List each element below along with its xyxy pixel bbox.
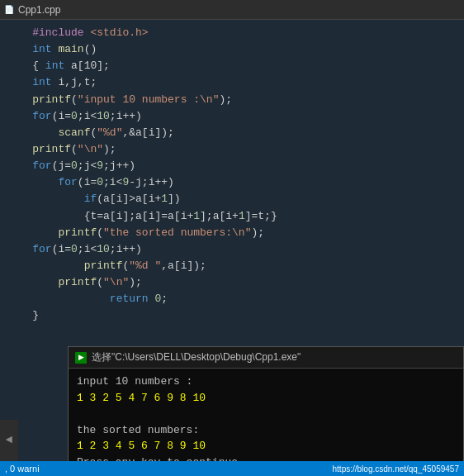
terminal-output-line: input 10 numbers : — [77, 374, 455, 390]
code-line: int i,j,t; — [7, 74, 457, 91]
code-line: for(i=0;i<10;i++) — [7, 241, 457, 258]
terminal-output-line: 1 3 2 5 4 7 6 9 8 10 — [77, 390, 455, 407]
terminal-output-line — [77, 406, 455, 422]
code-line: printf("%d ",a[i]); — [7, 258, 457, 274]
terminal-window: ▶ 选择"C:\Users\DELL\Desktop\Debug\Cpp1.ex… — [68, 346, 464, 476]
code-line: #include <stdio.h> — [7, 25, 457, 41]
status-right-url: https://blog.csdn.net/qq_45059457 — [333, 464, 459, 474]
terminal-output-line: 1 2 3 4 5 6 7 8 9 10 — [77, 438, 455, 455]
terminal-titlebar: ▶ 选择"C:\Users\DELL\Desktop\Debug\Cpp1.ex… — [69, 347, 463, 369]
code-line: if(a[i]>a[i+1]) — [7, 191, 457, 207]
code-line: { int a[10]; — [7, 58, 457, 74]
terminal-body: input 10 numbers : 1 3 2 5 4 7 6 9 8 10 … — [69, 369, 463, 475]
status-left-text: , 0 warni — [5, 464, 40, 474]
scroll-button[interactable]: ◄ — [0, 420, 18, 461]
code-line: printf("\n"); — [7, 141, 457, 158]
code-line: for(i=0;i<10;i++) — [7, 108, 457, 125]
code-line: return 0; — [7, 291, 457, 307]
code-line: for(j=0;j<9;j++) — [7, 158, 457, 174]
tab-title[interactable]: Cpp1.cpp — [18, 4, 60, 16]
code-line: printf("input 10 numbers :\n"); — [7, 92, 457, 108]
editor-container: 📄 Cpp1.cpp #include <stdio.h> int main()… — [0, 0, 464, 476]
code-line: int main() — [7, 41, 457, 58]
code-line: scanf("%d",&a[i]); — [7, 125, 457, 141]
code-line: printf("\n"); — [7, 274, 457, 291]
status-bar: , 0 warni https://blog.csdn.net/qq_45059… — [0, 461, 464, 476]
code-line: } — [7, 307, 457, 324]
tab-bar: 📄 Cpp1.cpp — [0, 0, 464, 20]
code-line: for(i=0;i<9-j;i++) — [7, 174, 457, 191]
terminal-title: 选择"C:\Users\DELL\Desktop\Debug\Cpp1.exe" — [92, 350, 301, 365]
scroll-left-icon[interactable]: ◄ — [6, 431, 12, 450]
code-line: {t=a[i];a[i]=a[i+1];a[i+1]=t;} — [7, 208, 457, 225]
file-icon: 📄 — [3, 4, 15, 16]
terminal-icon: ▶ — [75, 352, 87, 364]
code-line: printf("the sorted numbers:\n"); — [7, 225, 457, 241]
code-area: #include <stdio.h> int main() { int a[10… — [0, 20, 464, 476]
terminal-output-line: the sorted numbers: — [77, 422, 455, 439]
